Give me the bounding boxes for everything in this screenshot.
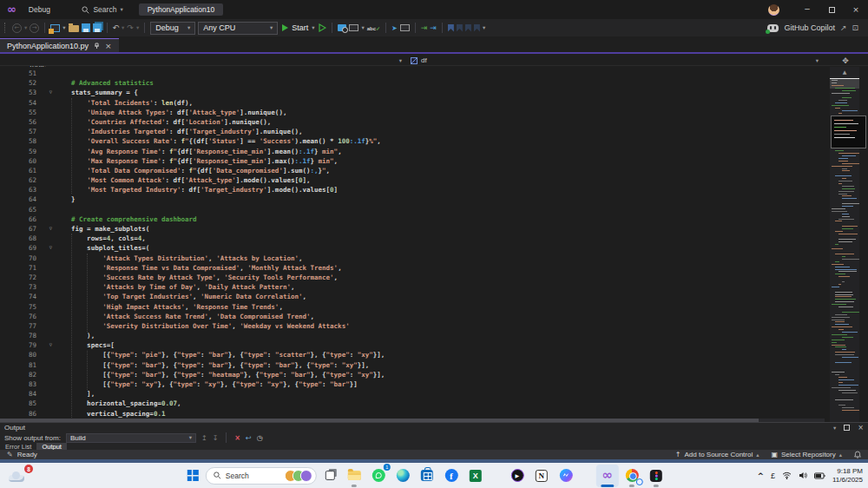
- battery-icon[interactable]: [814, 472, 825, 479]
- back-history-caret[interactable]: ▾: [24, 24, 27, 31]
- taskbar-explorer-icon[interactable]: [343, 465, 365, 487]
- code-line[interactable]: 85 horizontal_spacing=0.07,: [0, 399, 825, 408]
- tab-pythonapplication10[interactable]: PythonApplication10.py ×: [0, 38, 119, 52]
- code-line[interactable]: 64 }: [0, 195, 825, 204]
- code-text[interactable]: 'Max Response Time': f"{df['Response_tim…: [56, 156, 825, 166]
- copilot-label[interactable]: GitHub Copilot: [784, 23, 835, 32]
- code-line[interactable]: 70 'Attack Types Distribution', 'Attacks…: [0, 254, 825, 263]
- configuration-dropdown[interactable]: Debug ▾: [150, 22, 195, 35]
- taskbar-whatsapp-icon[interactable]: 1: [367, 465, 390, 487]
- code-text[interactable]: fig = make_subplots(: [56, 224, 825, 234]
- code-text[interactable]: # Advanced statistics: [56, 78, 825, 88]
- code-line[interactable]: 84 ],: [0, 389, 825, 399]
- code-text[interactable]: 'Severity Distribution Over Time', 'Week…: [56, 321, 825, 331]
- start-without-debug-button[interactable]: [319, 23, 326, 32]
- code-line[interactable]: 52 # Advanced statistics: [0, 78, 825, 88]
- redo-caret[interactable]: ▾: [136, 24, 139, 31]
- code-line[interactable]: 51: [0, 69, 825, 78]
- outdent-button[interactable]: ⇥: [430, 23, 437, 32]
- timestamp-icon[interactable]: ◷: [257, 434, 263, 442]
- code-line[interactable]: 59 'Avg Response Time': f"{df['Response_…: [0, 147, 825, 156]
- taskbar-chrome-icon[interactable]: [621, 465, 643, 487]
- code-line[interactable]: 79▿ specs=[: [0, 340, 825, 350]
- spell-checker-button[interactable]: abc: [367, 25, 380, 31]
- live-share-caret[interactable]: ▾: [361, 24, 364, 31]
- code-line[interactable]: 61 'Total Data Compromised': f"{df['Data…: [0, 166, 825, 175]
- code-text[interactable]: 'Attack Success Rate Trend', 'Data Compr…: [56, 312, 825, 321]
- taskbar-visual-studio-icon[interactable]: ∞: [596, 465, 619, 487]
- search-box[interactable]: Search ▾: [76, 4, 128, 15]
- code-text[interactable]: # Create comprehensive dashboard: [56, 214, 825, 224]
- user-avatar[interactable]: [768, 4, 779, 16]
- type-dropdown[interactable]: ▾: [0, 56, 406, 66]
- code-line[interactable]: 78 ),: [0, 331, 825, 340]
- navigate-back-button[interactable]: ←: [12, 23, 22, 33]
- solution-name[interactable]: PythonApplication10: [139, 3, 224, 16]
- preview-button[interactable]: [400, 24, 410, 31]
- maximize-panel-icon[interactable]: [844, 425, 850, 431]
- code-line[interactable]: 83 [{"type": "xy"}, {"type": "xy"}, {"ty…: [0, 379, 825, 389]
- pin-icon[interactable]: [94, 43, 100, 49]
- code-text[interactable]: }: [56, 195, 825, 204]
- code-text[interactable]: ],: [56, 389, 825, 399]
- copilot-chat-icon[interactable]: ⊡: [852, 23, 858, 32]
- hidden-icons-chevron[interactable]: ^: [757, 472, 764, 480]
- notifications-bell-icon[interactable]: [854, 451, 861, 458]
- code-text[interactable]: stats_summary = {: [56, 88, 825, 97]
- previous-bookmark-button[interactable]: [457, 24, 463, 32]
- code-line[interactable]: 62 'Most Common Attack': df['Attack_type…: [0, 175, 825, 185]
- language-indicator[interactable]: £: [771, 472, 775, 480]
- split-window-handle[interactable]: ✥: [823, 56, 868, 65]
- taskbar-weather-widget[interactable]: 8: [9, 466, 31, 485]
- code-text[interactable]: 'Most Targeted Industry': df['Target_ind…: [56, 185, 825, 195]
- taskbar-taskview-icon[interactable]: [319, 465, 341, 487]
- code-line[interactable]: 68 rows=4, cols=4,: [0, 234, 825, 243]
- minimize-button[interactable]: ─: [795, 0, 819, 19]
- code-text[interactable]: subplot_titles=(: [56, 243, 825, 253]
- code-text[interactable]: [56, 69, 825, 78]
- code-text[interactable]: 'Countries Affected': df['Location'].nun…: [56, 117, 825, 127]
- save-button[interactable]: [82, 23, 90, 32]
- code-text[interactable]: specs=[: [56, 340, 825, 350]
- code-text[interactable]: rows=4, cols=4,: [56, 234, 825, 243]
- taskbar-figma-icon[interactable]: [645, 465, 667, 487]
- clear-bookmarks-button[interactable]: [474, 24, 480, 32]
- code-text[interactable]: horizontal_spacing=0.07,: [56, 399, 825, 408]
- undo-button[interactable]: ↶: [113, 23, 120, 32]
- clear-all-icon[interactable]: ×: [234, 434, 240, 442]
- code-text[interactable]: [{"type": "bar"}, {"type": "bar"}, {"typ…: [56, 360, 825, 370]
- code-text[interactable]: 'Industries Targeted': df['Target_indust…: [56, 127, 825, 136]
- toggle-bookmark-button[interactable]: [448, 24, 454, 32]
- new-project-button[interactable]: [50, 24, 60, 32]
- code-line[interactable]: 57 'Industries Targeted': df['Target_ind…: [0, 127, 825, 136]
- code-text[interactable]: [{"type": "bar"}, {"type": "heatmap"}, {…: [56, 370, 825, 379]
- window-position-caret[interactable]: ▾: [833, 425, 836, 432]
- restore-button[interactable]: [819, 0, 844, 19]
- code-line[interactable]: 81 [{"type": "bar"}, {"type": "bar"}, {"…: [0, 360, 825, 370]
- bookmar-options-caret[interactable]: ▾: [483, 24, 485, 31]
- platform-dropdown[interactable]: Any CPU ▾: [198, 22, 278, 35]
- previous-message-icon[interactable]: ↥: [201, 434, 207, 442]
- code-text[interactable]: 'Response Time vs Data Compromised', 'Mo…: [56, 263, 825, 273]
- find-in-files-button[interactable]: [338, 24, 346, 31]
- open-file-button[interactable]: [69, 25, 79, 32]
- code-text[interactable]: ),: [56, 331, 825, 340]
- close-tab-icon[interactable]: ×: [105, 42, 112, 50]
- taskbar-media-icon[interactable]: ▶: [506, 465, 529, 487]
- menu-debug[interactable]: Debug: [23, 0, 70, 19]
- undo-caret[interactable]: ▾: [122, 24, 124, 31]
- code-line[interactable]: 75 'High Impact Attacks', 'Response Time…: [0, 302, 825, 312]
- start-debug-button[interactable]: Start ▾: [280, 23, 316, 32]
- member-dropdown[interactable]: df ▾: [406, 56, 823, 66]
- taskbar-store-icon[interactable]: [416, 465, 438, 487]
- code-lines[interactable]: 5152 # Advanced statistics53▿ stats_summ…: [0, 67, 825, 419]
- code-text[interactable]: 'Total Incidents': len(df),: [56, 98, 825, 108]
- code-line[interactable]: 82 [{"type": "bar"}, {"type": "heatmap"}…: [0, 370, 825, 379]
- code-line[interactable]: 77 'Severity Distribution Over Time', 'W…: [0, 321, 825, 331]
- code-text[interactable]: [{"type": "pie"}, {"type": "bar"}, {"typ…: [56, 350, 825, 359]
- code-line[interactable]: 72 'Success Rate by Attack Type', 'Secur…: [0, 273, 825, 282]
- scroll-up-icon[interactable]: ▲: [830, 67, 859, 76]
- code-line[interactable]: 67▿ fig = make_subplots(: [0, 224, 825, 234]
- add-to-source-control-button[interactable]: ↑ Add to Source Control ▴: [675, 451, 760, 458]
- code-line[interactable]: 65: [0, 205, 825, 214]
